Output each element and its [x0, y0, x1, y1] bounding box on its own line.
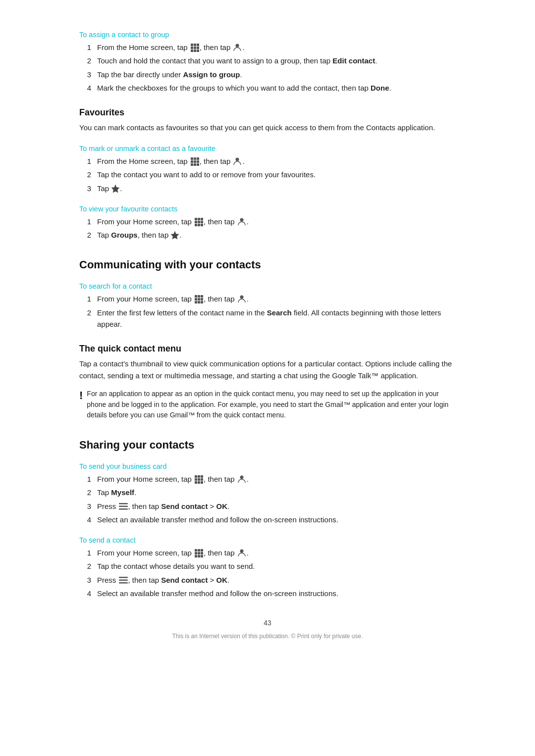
menu-icon — [118, 502, 128, 511]
svg-marker-31 — [171, 231, 179, 239]
svg-rect-34 — [201, 295, 203, 298]
svg-rect-62 — [198, 555, 200, 557]
svg-rect-2 — [197, 44, 199, 46]
list-item: 2 Tap the contact you want to add to or … — [79, 169, 456, 180]
svg-rect-15 — [197, 160, 199, 163]
svg-rect-50 — [201, 481, 203, 484]
warning-text: For an application to appear as an optio… — [87, 389, 456, 421]
svg-rect-33 — [198, 295, 200, 298]
svg-rect-26 — [201, 221, 203, 223]
svg-rect-29 — [201, 224, 203, 226]
svg-rect-52 — [119, 503, 128, 504]
svg-rect-45 — [195, 478, 197, 481]
warning-icon: ! — [79, 389, 83, 402]
svg-rect-43 — [198, 475, 200, 478]
svg-rect-42 — [195, 475, 197, 478]
svg-rect-28 — [198, 224, 200, 226]
svg-rect-12 — [197, 157, 199, 160]
svg-rect-54 — [119, 508, 128, 510]
svg-rect-23 — [201, 218, 203, 220]
svg-rect-5 — [197, 47, 199, 49]
list-item: 2 Tap the contact whose details you want… — [79, 560, 456, 572]
svg-rect-11 — [194, 157, 196, 160]
svg-rect-13 — [191, 160, 193, 163]
svg-rect-55 — [195, 549, 197, 552]
footer-text: This is an Internet version of this publ… — [79, 633, 456, 640]
page: To assign a contact to group 1 From the … — [0, 0, 535, 756]
svg-rect-0 — [191, 44, 193, 46]
svg-rect-56 — [198, 549, 200, 552]
grid-icon — [194, 294, 204, 304]
list-item: 3 Press , then tap Send contact > OK. — [79, 501, 456, 512]
search-contact-label: To search for a contact — [79, 282, 456, 290]
person-icon — [237, 294, 247, 304]
person-icon — [232, 156, 242, 166]
favourites-heading: Favourites — [79, 107, 456, 118]
person-icon — [237, 548, 247, 558]
svg-point-19 — [236, 158, 239, 161]
mark-favourite-list: 1 From the Home screen, tap , then tap .… — [79, 155, 456, 194]
svg-point-9 — [236, 44, 239, 48]
svg-rect-18 — [197, 163, 199, 166]
svg-rect-60 — [201, 552, 203, 554]
list-item: 1 From the Home screen, tap , then tap . — [79, 155, 456, 167]
svg-rect-36 — [198, 298, 200, 301]
svg-rect-22 — [198, 218, 200, 220]
svg-point-30 — [240, 218, 243, 221]
person-icon — [237, 474, 247, 484]
sharing-heading: Sharing your contacts — [79, 439, 456, 452]
svg-rect-37 — [201, 298, 203, 301]
menu-icon — [118, 576, 128, 585]
svg-rect-4 — [194, 47, 196, 49]
svg-rect-16 — [191, 163, 193, 166]
svg-rect-7 — [194, 50, 196, 52]
list-item: 2 Touch and hold the contact that you wa… — [79, 55, 456, 66]
svg-rect-39 — [198, 301, 200, 303]
quick-contact-heading: The quick contact menu — [79, 344, 456, 354]
svg-rect-35 — [195, 298, 197, 301]
list-item: 1 From your Home screen, tap , then tap … — [79, 216, 456, 227]
person-icon — [237, 217, 247, 227]
svg-rect-46 — [198, 478, 200, 481]
svg-rect-49 — [198, 481, 200, 484]
communicating-heading: Communicating with your contacts — [79, 258, 456, 271]
search-contact-list: 1 From your Home screen, tap , then tap … — [79, 293, 456, 330]
list-item: 4 Select an available transfer method an… — [79, 514, 456, 525]
list-item: 3 Press , then tap Send contact > OK. — [79, 574, 456, 586]
svg-rect-61 — [195, 555, 197, 557]
quick-contact-body: Tap a contact's thumbnail to view quick … — [79, 358, 456, 382]
svg-rect-57 — [201, 549, 203, 552]
warning-block: ! For an application to appear as an opt… — [79, 389, 456, 421]
svg-point-64 — [240, 550, 243, 553]
list-item: 3 Tap . — [79, 183, 456, 194]
svg-rect-21 — [195, 218, 197, 220]
send-contact-list: 1 From your Home screen, tap , then tap … — [79, 547, 456, 599]
svg-rect-14 — [194, 160, 196, 163]
svg-rect-25 — [198, 221, 200, 223]
person-icon — [232, 43, 242, 52]
svg-rect-59 — [198, 552, 200, 554]
list-item: 1 From your Home screen, tap , then tap … — [79, 293, 456, 304]
svg-rect-53 — [119, 505, 128, 507]
svg-rect-24 — [195, 221, 197, 223]
grid-icon — [190, 156, 200, 166]
svg-rect-66 — [119, 579, 128, 581]
view-favourites-label: To view your favourite contacts — [79, 205, 456, 213]
svg-rect-44 — [201, 475, 203, 478]
svg-point-41 — [240, 296, 243, 299]
svg-rect-38 — [195, 301, 197, 303]
svg-point-51 — [240, 476, 243, 479]
svg-rect-58 — [195, 552, 197, 554]
svg-rect-67 — [119, 582, 128, 584]
grid-icon — [194, 474, 204, 484]
svg-rect-48 — [195, 481, 197, 484]
svg-rect-1 — [194, 44, 196, 46]
send-business-card-label: To send your business card — [79, 462, 456, 470]
list-item: 2 Enter the first few letters of the con… — [79, 307, 456, 330]
svg-rect-10 — [191, 157, 193, 160]
grid-icon — [194, 217, 204, 227]
svg-rect-32 — [195, 295, 197, 298]
list-item: 3 Tap the bar directly under Assign to g… — [79, 69, 456, 80]
page-number: 43 — [79, 619, 456, 627]
assign-group-list: 1 From the Home screen, tap , then tap .… — [79, 42, 456, 94]
